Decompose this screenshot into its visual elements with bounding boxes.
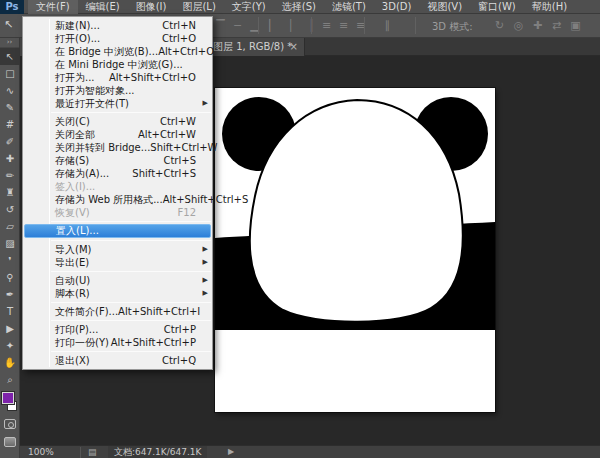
menu-item-shortcut: Ctrl+P: [164, 323, 208, 336]
eraser-tool[interactable]: ▱: [0, 218, 20, 235]
distribute-widths-icon[interactable]: ∥: [380, 18, 395, 33]
file-menu-item[interactable]: 脚本(R)▶: [23, 287, 212, 300]
history-brush-tool[interactable]: ↺: [0, 201, 20, 218]
file-menu-item[interactable]: 关闭(C)Ctrl+W: [23, 115, 212, 128]
menu-item-shortcut: F12: [178, 206, 208, 219]
align-bottom-edges-icon[interactable]: ▁: [247, 18, 262, 33]
menu-item-label: 关闭(C): [55, 115, 90, 128]
pen-tool[interactable]: ✒: [0, 286, 20, 303]
zoom-tool[interactable]: ⌕: [0, 371, 20, 388]
move-tool[interactable]: ↖: [0, 48, 20, 65]
file-menu-item[interactable]: 导出(E)▶: [23, 256, 212, 269]
3d-roll-icon[interactable]: ◎: [511, 18, 526, 33]
menu-文件(F)[interactable]: 文件(F): [28, 0, 78, 14]
menu-item-label: 打开为...: [55, 71, 95, 84]
menu-item-label: 打印一份(Y): [55, 336, 109, 349]
status-divider: [80, 447, 81, 458]
zoom-level-field[interactable]: 100%: [28, 446, 54, 458]
blur-tool[interactable]: ❜: [0, 252, 20, 269]
file-menu-item[interactable]: 关闭并转到 Bridge...Shift+Ctrl+W: [23, 141, 212, 154]
gradient-tool[interactable]: ▨: [0, 235, 20, 252]
options-bar-separator: [258, 17, 259, 34]
align-right-edges-icon[interactable]: ▕: [300, 18, 315, 33]
file-menu-item[interactable]: 存储为(A)...Shift+Ctrl+S: [23, 167, 212, 180]
brush-tool[interactable]: ✏: [0, 167, 20, 184]
file-menu-item[interactable]: 置入(L)...: [24, 224, 211, 238]
3d-slide-icon[interactable]: ⇄: [549, 18, 564, 33]
file-menu-item[interactable]: 存储(S)Ctrl+S: [23, 154, 212, 167]
3d-mode-label: 3D 模式:: [432, 20, 473, 34]
tools-panel: ›› ↖□∿✎#✐✚✏♜↺▱▨❜⚲✒T▶✦✋⌕: [0, 38, 20, 458]
clone-stamp-tool[interactable]: ♜: [0, 184, 20, 201]
file-menu-item[interactable]: 打开(O)...Ctrl+O: [23, 32, 212, 45]
dodge-tool[interactable]: ⚲: [0, 269, 20, 286]
3d-scale-icon[interactable]: ▣: [568, 18, 583, 33]
menu-item-shortcut: Shift+Ctrl+S: [132, 167, 208, 180]
file-menu-item[interactable]: 存储为 Web 所用格式...Alt+Shift+Ctrl+S: [23, 193, 212, 206]
align-horizontal-centers-icon[interactable]: │: [283, 18, 298, 33]
align-vertical-centers-icon[interactable]: ─: [230, 18, 245, 33]
menu-item-shortcut: Ctrl+S: [163, 154, 208, 167]
shape-tool[interactable]: ✦: [0, 337, 20, 354]
menu-item-label: 存储(S): [55, 154, 89, 167]
file-menu-item[interactable]: 打印(P)...Ctrl+P: [23, 323, 212, 336]
quick-selection-tool[interactable]: ✎: [0, 99, 20, 116]
align-left-edges-icon[interactable]: ▏: [266, 18, 281, 33]
file-menu-item[interactable]: 文件简介(F)...Alt+Shift+Ctrl+I: [23, 305, 212, 318]
foreground-color-swatch[interactable]: [2, 392, 14, 404]
3d-drag-icon[interactable]: ✚: [530, 18, 545, 33]
file-menu-item[interactable]: 退出(X)Ctrl+Q: [23, 354, 212, 367]
menu-item-label: 恢复(V): [55, 206, 90, 219]
menu-item-label: 自动(U): [55, 274, 90, 287]
menu-item-shortcut: Alt+Shift+Ctrl+S: [163, 193, 261, 206]
move-tool-icon: ↖: [4, 18, 13, 31]
menu-item-label: 关闭并转到 Bridge...: [55, 141, 150, 154]
file-menu-item[interactable]: 打开为智能对象...: [23, 84, 212, 97]
screen-mode-button[interactable]: [4, 437, 16, 447]
menu-item-shortcut: Ctrl+W: [160, 115, 208, 128]
type-tool[interactable]: T: [0, 303, 20, 320]
file-menu-item[interactable]: 在 Bridge 中浏览(B)...Alt+Ctrl+O: [23, 45, 212, 58]
menu-3D(D)[interactable]: 3D(D): [374, 0, 420, 14]
menu-图像(I)[interactable]: 图像(I): [128, 0, 175, 14]
3d-rotate-icon[interactable]: ↻: [492, 18, 507, 33]
eyedropper-tool[interactable]: ✐: [0, 133, 20, 150]
menu-视图(V)[interactable]: 视图(V): [419, 0, 470, 14]
lasso-tool[interactable]: ∿: [0, 82, 20, 99]
align-top-edges-icon[interactable]: ▔: [213, 18, 228, 33]
healing-brush-tool[interactable]: ✚: [0, 150, 20, 167]
file-menu-item[interactable]: 自动(U)▶: [23, 274, 212, 287]
menu-滤镜(T)[interactable]: 滤镜(T): [324, 0, 374, 14]
menu-文字(Y)[interactable]: 文字(Y): [224, 0, 274, 14]
path-selection-tool[interactable]: ▶: [0, 320, 20, 337]
file-menu-item: 恢复(V)F12: [23, 206, 212, 219]
quick-mask-mode-button[interactable]: [4, 419, 16, 429]
file-menu-item[interactable]: 最近打开文件(T)▶: [23, 97, 212, 110]
close-tab-icon[interactable]: ×: [290, 38, 298, 56]
file-menu-item[interactable]: 打印一份(Y)Alt+Shift+Ctrl+P: [23, 336, 212, 349]
file-menu-item[interactable]: 导入(M)▶: [23, 243, 212, 256]
document-canvas[interactable]: [215, 88, 495, 412]
menu-窗口(W)[interactable]: 窗口(W): [470, 0, 524, 14]
status-bar: 100% ▤ 文档:647.1K/647.1K ▶: [20, 445, 600, 458]
collapse-panel-icon[interactable]: ››: [0, 38, 19, 48]
menu-bar-items: 文件(F)编辑(E)图像(I)图层(L)文字(Y)选择(S)滤镜(T)3D(D)…: [28, 0, 575, 14]
menu-item-shortcut: Alt+Shift+Ctrl+I: [118, 305, 212, 318]
status-options-arrow-icon[interactable]: ▶: [228, 446, 234, 458]
file-menu-item[interactable]: 打开为...Alt+Shift+Ctrl+O: [23, 71, 212, 84]
file-menu-item[interactable]: 新建(N)...Ctrl+N: [23, 19, 212, 32]
file-menu-item[interactable]: 在 Mini Bridge 中浏览(G)...: [23, 58, 212, 71]
marquee-tool[interactable]: □: [0, 65, 20, 82]
menu-separator: [51, 302, 211, 303]
distribute-top-edges-icon[interactable]: ≡: [319, 18, 334, 33]
distribute-vertical-centers-icon[interactable]: ≡: [336, 18, 351, 33]
crop-tool[interactable]: #: [0, 116, 20, 133]
menu-图层(L)[interactable]: 图层(L): [174, 0, 223, 14]
hand-tool[interactable]: ✋: [0, 354, 20, 371]
menu-选择(S)[interactable]: 选择(S): [274, 0, 324, 14]
menu-编辑(E)[interactable]: 编辑(E): [78, 0, 128, 14]
distribute-bottom-edges-icon[interactable]: ≡: [353, 18, 368, 33]
menu-帮助(H)[interactable]: 帮助(H): [524, 0, 575, 14]
menu-separator: [51, 271, 211, 272]
file-menu-item[interactable]: 关闭全部Alt+Ctrl+W: [23, 128, 212, 141]
